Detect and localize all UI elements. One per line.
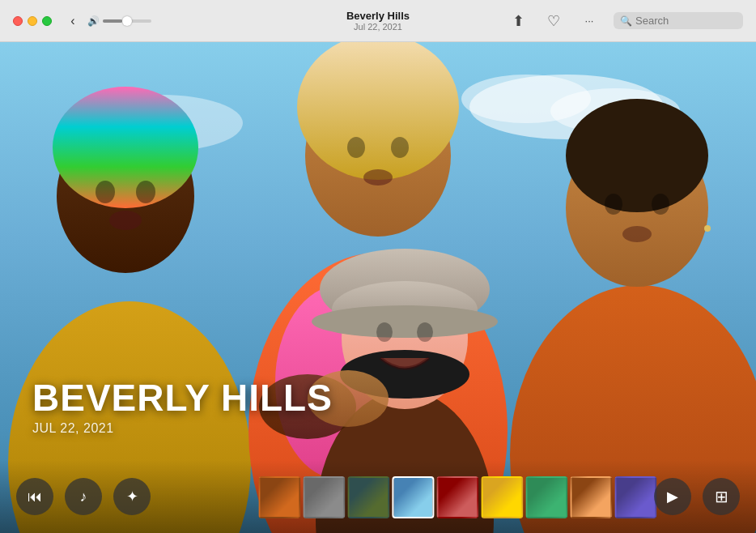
- svg-point-36: [417, 322, 433, 342]
- svg-point-27: [704, 225, 711, 232]
- search-bar[interactable]: 🔍: [614, 12, 743, 29]
- filter-button[interactable]: ✦: [113, 478, 151, 515]
- svg-point-11: [109, 211, 142, 230]
- titlebar-title: Beverly Hills: [346, 10, 410, 22]
- photo-text-overlay: BEVERLY HILLS JUL 22, 2021: [32, 379, 333, 436]
- thumbnail-9[interactable]: [614, 476, 656, 518]
- thumbnail-2[interactable]: [303, 476, 345, 518]
- search-icon: 🔍: [620, 15, 632, 27]
- photo-title: BEVERLY HILLS: [32, 379, 333, 416]
- grid-button[interactable]: ⊞: [703, 478, 740, 515]
- svg-point-33: [312, 305, 498, 338]
- thumbnail-7[interactable]: [525, 476, 567, 518]
- right-controls: ▶ ⊞: [654, 478, 740, 515]
- svg-point-26: [622, 226, 652, 242]
- titlebar-subtitle: Jul 22, 2021: [346, 22, 410, 32]
- volume-slider[interactable]: [103, 19, 151, 23]
- volume-icon: 🔊: [87, 15, 100, 27]
- svg-point-9: [96, 181, 115, 203]
- svg-point-19: [363, 169, 393, 185]
- filmstrip: [258, 476, 656, 518]
- back-to-start-button[interactable]: ⏮: [16, 478, 53, 515]
- thumbnail-4[interactable]: [392, 476, 434, 518]
- titlebar-center: Beverly Hills Jul 22, 2021: [346, 10, 410, 32]
- svg-point-18: [391, 137, 409, 158]
- photo-date: JUL 22, 2021: [32, 421, 333, 436]
- thumbnail-1[interactable]: [258, 476, 300, 518]
- thumbnail-8[interactable]: [570, 476, 612, 518]
- svg-point-17: [347, 137, 365, 158]
- thumbnail-3[interactable]: [347, 476, 389, 518]
- bottom-bar: ⏮ ♪ ✦ ▶ ⊞: [0, 460, 756, 533]
- svg-point-23: [566, 99, 708, 212]
- traffic-lights: [13, 16, 52, 26]
- music-button[interactable]: ♪: [65, 478, 102, 515]
- main-photo: BEVERLY HILLS JUL 22, 2021 ⏮ ♪ ✦ ▶ ⊞: [0, 42, 756, 533]
- share-button[interactable]: ⬆: [507, 10, 529, 32]
- close-button[interactable]: [13, 16, 23, 26]
- svg-point-35: [376, 322, 393, 342]
- svg-point-24: [605, 194, 622, 215]
- left-controls: ⏮ ♪ ✦: [16, 478, 151, 515]
- titlebar-actions: ⬆ ♡ ··· 🔍: [507, 10, 743, 32]
- maximize-button[interactable]: [42, 16, 52, 26]
- svg-point-25: [652, 194, 669, 215]
- minimize-button[interactable]: [28, 16, 37, 26]
- play-button[interactable]: ▶: [654, 478, 691, 515]
- search-input[interactable]: [635, 15, 733, 27]
- svg-point-10: [136, 181, 155, 203]
- svg-point-8: [53, 87, 198, 208]
- heart-button[interactable]: ♡: [542, 10, 565, 32]
- thumbnail-6[interactable]: [481, 476, 523, 518]
- volume-control[interactable]: 🔊: [87, 15, 151, 27]
- more-button[interactable]: ···: [578, 10, 601, 32]
- titlebar: ‹ 🔊 Beverly Hills Jul 22, 2021 ⬆ ♡ ··· 🔍: [0, 0, 756, 42]
- thumbnail-5[interactable]: [436, 476, 478, 518]
- back-button[interactable]: ‹: [62, 10, 84, 32]
